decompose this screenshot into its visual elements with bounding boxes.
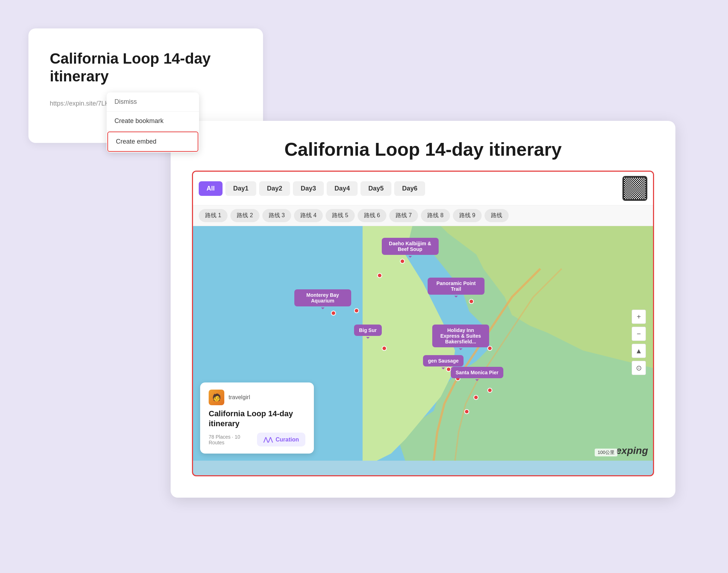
marker-monterey <box>331 311 336 316</box>
dropdown-menu: Dismiss Create bookmark Create embed <box>107 92 199 152</box>
qr-pattern <box>624 178 646 199</box>
info-card-title: California Loop 14-day itinerary <box>209 409 305 429</box>
popup-daeho: Daeho Kalbijjim & Beef Soup <box>382 238 439 255</box>
route-10[interactable]: 路线 <box>485 209 509 222</box>
curation-label: Curation <box>275 437 299 443</box>
compass-button[interactable]: ▲ <box>632 344 646 358</box>
popup-monterey: Monterey Bay Aquarium <box>294 289 351 306</box>
popup-bigsur: Big Sur <box>354 325 382 336</box>
tab-day6[interactable]: Day6 <box>394 181 425 196</box>
route-5[interactable]: 路线 5 <box>326 209 354 222</box>
curation-icon: ⋀⋀ <box>263 436 273 443</box>
info-card-meta: 78 Places · 10 Routes <box>209 434 257 445</box>
back-card-title: California Loop 14-day itinerary <box>50 50 242 86</box>
user-name: travelgirl <box>229 394 250 401</box>
exping-logo: exping <box>616 445 648 456</box>
popup-santa-monica: Santa Monica Pier <box>451 367 504 378</box>
route-3[interactable]: 路线 3 <box>262 209 291 222</box>
route-4[interactable]: 路线 4 <box>294 209 323 222</box>
route-8[interactable]: 路线 8 <box>421 209 450 222</box>
route-9[interactable]: 路线 9 <box>453 209 482 222</box>
zoom-out-button[interactable]: − <box>632 327 646 341</box>
front-card-title: California Loop 14-day itinerary <box>192 139 654 160</box>
tab-bar: All Day1 Day2 Day3 Day4 Day5 Day6 <box>193 172 653 205</box>
tab-day5[interactable]: Day5 <box>360 181 391 196</box>
scale-bar: 100公里 <box>595 449 617 456</box>
front-card: California Loop 14-day itinerary All Day… <box>171 121 675 498</box>
info-card: 🧑 travelgirl California Loop 14-day itin… <box>200 382 314 454</box>
info-card-footer: 78 Places · 10 Routes ⋀⋀ Curation <box>209 433 305 446</box>
route-bar: 路线 1 路线 2 路线 3 路线 4 路线 5 路线 6 路线 7 路线 8 … <box>193 205 653 226</box>
dismiss-item[interactable]: Dismiss <box>107 92 199 112</box>
route-1[interactable]: 路线 1 <box>199 209 228 222</box>
map-background: Daeho Kalbijjim & Beef Soup Monterey Bay… <box>193 226 653 461</box>
info-card-header: 🧑 travelgirl <box>209 390 305 405</box>
tab-day1[interactable]: Day1 <box>225 181 256 196</box>
tab-day2[interactable]: Day2 <box>259 181 290 196</box>
locate-button[interactable]: ⊙ <box>632 361 646 375</box>
tab-day4[interactable]: Day4 <box>327 181 358 196</box>
tab-day3[interactable]: Day3 <box>293 181 324 196</box>
create-bookmark-item[interactable]: Create bookmark <box>107 112 199 131</box>
marker-extra2 <box>354 308 359 313</box>
popup-holiday-inn: Holiday Inn Express & Suites Bakersfield… <box>432 325 489 347</box>
qr-code <box>622 176 647 201</box>
popup-panoramic: Panoramic Point Trail <box>428 278 485 295</box>
tab-all[interactable]: All <box>199 181 223 196</box>
route-6[interactable]: 路线 6 <box>358 209 386 222</box>
popup-gen-sausage: gen Sausage <box>423 355 464 366</box>
route-7[interactable]: 路线 7 <box>389 209 418 222</box>
route-2[interactable]: 路线 2 <box>230 209 259 222</box>
map-container: All Day1 Day2 Day3 Day4 Day5 Day6 路线 1 路… <box>192 171 654 476</box>
map-controls: + − ▲ ⊙ <box>632 310 646 377</box>
create-embed-item[interactable]: Create embed <box>107 132 198 152</box>
marker-bigsur <box>382 346 387 351</box>
marker-panoramic <box>469 299 474 304</box>
marker-extra1 <box>377 273 382 278</box>
curation-button[interactable]: ⋀⋀ Curation <box>257 433 305 446</box>
marker-holiday-inn <box>487 346 492 351</box>
zoom-in-button[interactable]: + <box>632 310 646 324</box>
avatar: 🧑 <box>209 390 224 405</box>
marker-extra3 <box>446 367 451 372</box>
